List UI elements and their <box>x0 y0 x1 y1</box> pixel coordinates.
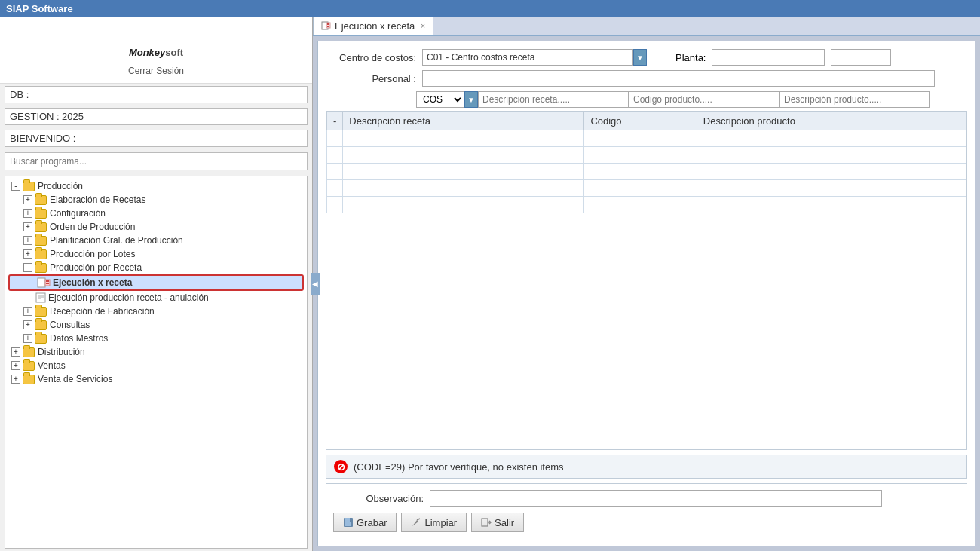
table-row <box>327 180 966 197</box>
table-row <box>327 164 966 180</box>
expand-icon[interactable]: + <box>11 347 20 357</box>
tree-label: Producción <box>38 181 83 191</box>
folder-icon <box>35 334 47 344</box>
folder-icon <box>35 263 47 273</box>
tree-item-ejecucion-anulacion[interactable]: Ejecución producción receta - anulación <box>8 291 304 305</box>
svg-rect-2 <box>46 280 49 282</box>
expand-icon[interactable]: + <box>23 320 32 329</box>
salir-button[interactable]: Salir <box>471 513 524 532</box>
tree-item-ejecucion-receta[interactable]: Ejecución x receta <box>8 274 304 291</box>
db-label: DB : <box>10 89 29 100</box>
error-message: (CODE=29) Por favor verifique, no existe… <box>354 461 564 473</box>
tree-label: Configuración <box>50 208 106 219</box>
col-header-desc-receta: Descripción receta <box>343 112 584 130</box>
tree-item-prod-lotes[interactable]: + Producción por Lotes <box>8 247 304 261</box>
tree-label: Producción por Lotes <box>50 249 135 259</box>
filter-select[interactable]: COS DESC COD <box>416 91 464 108</box>
tree-item-distribucion[interactable]: + Distribución <box>8 345 304 359</box>
error-bar: ⊘ (CODE=29) Por favor verifique, no exis… <box>326 455 967 479</box>
table-row <box>327 130 966 147</box>
tree-label: Ejecución x receta <box>53 277 132 288</box>
centro-costos-select-container: ▼ <box>422 49 647 66</box>
exit-icon <box>481 517 492 528</box>
personal-row: Personal : <box>326 70 967 87</box>
expand-icon[interactable]: + <box>23 249 32 259</box>
personal-input[interactable] <box>422 70 935 87</box>
folder-icon <box>35 195 47 205</box>
filter-desc-receta-input[interactable] <box>478 91 629 108</box>
expand-icon[interactable]: + <box>11 361 20 370</box>
table-row <box>327 197 966 213</box>
expand-icon[interactable]: + <box>23 334 32 343</box>
centro-costos-label: Centro de costos: <box>326 52 416 63</box>
tree-item-configuracion[interactable]: + Configuración <box>8 207 304 220</box>
folder-icon <box>35 222 47 232</box>
col-header-dash: - <box>327 112 343 130</box>
filter-desc-producto-input[interactable] <box>779 91 930 108</box>
tree-item-recepcion[interactable]: + Recepción de Fabricación <box>8 305 304 318</box>
bienvenido-label: BIENVENIDO : <box>10 133 75 144</box>
centro-costos-input[interactable] <box>422 49 633 66</box>
limpiar-button[interactable]: Limpiar <box>401 513 467 532</box>
cerrar-sesion-link[interactable]: Cerrar Sesión <box>8 63 305 79</box>
folder-icon <box>35 307 47 317</box>
bienvenido-box: BIENVENIDO : <box>5 130 308 147</box>
svg-rect-10 <box>327 23 329 25</box>
tree-label: Ventas <box>38 360 66 371</box>
search-input[interactable] <box>5 152 308 170</box>
planta-input1[interactable] <box>712 49 825 66</box>
tree-label: Recepción de Fabricación <box>50 306 155 317</box>
personal-label: Personal : <box>326 73 416 84</box>
col-header-desc-prod: Descripción producto <box>697 112 966 130</box>
tree-label: Datos Mestros <box>50 333 108 344</box>
folder-icon <box>35 249 47 259</box>
expand-icon[interactable]: + <box>23 209 32 218</box>
tab-close-button[interactable]: × <box>421 22 425 30</box>
error-icon: ⊘ <box>334 460 348 473</box>
folder-icon <box>23 182 35 191</box>
expand-icon[interactable]: - <box>23 263 32 272</box>
gestion-value: 2025 <box>62 111 84 122</box>
expand-icon[interactable]: + <box>11 375 20 384</box>
centro-costos-dropdown-button[interactable]: ▼ <box>633 49 647 66</box>
tree-item-elaboracion[interactable]: + Elaboración de Recetas <box>8 193 304 207</box>
tree-item-datos-mestros[interactable]: + Datos Mestros <box>8 332 304 345</box>
centro-costos-row: Centro de costos: ▼ Planta: <box>326 49 967 66</box>
data-table: - Descripción receta Codigo Descripción … <box>326 112 966 213</box>
sidebar: Monkeysoft Cerrar Sesión DB : GESTION : … <box>0 17 313 551</box>
tab-icon <box>321 21 332 32</box>
tree-item-produccion[interactable]: - Producción <box>8 179 304 193</box>
planta-input2[interactable] <box>831 49 891 66</box>
page-icon <box>35 292 46 303</box>
logo: Monkeysoft <box>8 30 305 63</box>
content-area: Ejecución x receta × Centro de costos: ▼… <box>313 17 980 551</box>
planta-label: Planta: <box>675 52 706 63</box>
expand-icon[interactable]: + <box>23 236 32 245</box>
tab-ejecucion-receta[interactable]: Ejecución x receta × <box>313 17 433 35</box>
sidebar-collapse-button[interactable]: ◀ <box>311 273 320 295</box>
table-row <box>327 147 966 164</box>
tree-item-orden[interactable]: + Orden de Producción <box>8 220 304 234</box>
tree-item-consultas[interactable]: + Consultas <box>8 318 304 332</box>
tree-item-ventas[interactable]: + Ventas <box>8 359 304 372</box>
svg-rect-16 <box>482 519 488 526</box>
tree-label: Elaboración de Recetas <box>50 194 145 205</box>
button-bar: Grabar Limpiar <box>333 513 960 532</box>
filter-codigo-input[interactable] <box>629 91 779 108</box>
expand-icon[interactable]: - <box>11 182 20 191</box>
filter-dropdown-button[interactable]: ▼ <box>464 91 478 108</box>
grabar-button[interactable]: Grabar <box>333 513 397 532</box>
tab-bar: Ejecución x receta × <box>313 17 980 36</box>
tree-item-prod-receta[interactable]: - Producción por Receta <box>8 261 304 274</box>
expand-icon[interactable]: + <box>23 307 32 316</box>
filter-row: COS DESC COD ▼ <box>326 91 967 108</box>
col-header-codigo: Codigo <box>584 112 697 130</box>
tree-label: Planificación Gral. de Producción <box>50 235 183 246</box>
tree-item-planificacion[interactable]: + Planificación Gral. de Producción <box>8 234 304 247</box>
db-box: DB : <box>5 86 308 103</box>
tree-item-venta-servicios[interactable]: + Venta de Servicios <box>8 372 304 386</box>
obs-input[interactable] <box>430 490 882 507</box>
folder-icon <box>35 209 47 219</box>
expand-icon[interactable]: + <box>23 222 32 231</box>
expand-icon[interactable]: + <box>23 195 32 204</box>
